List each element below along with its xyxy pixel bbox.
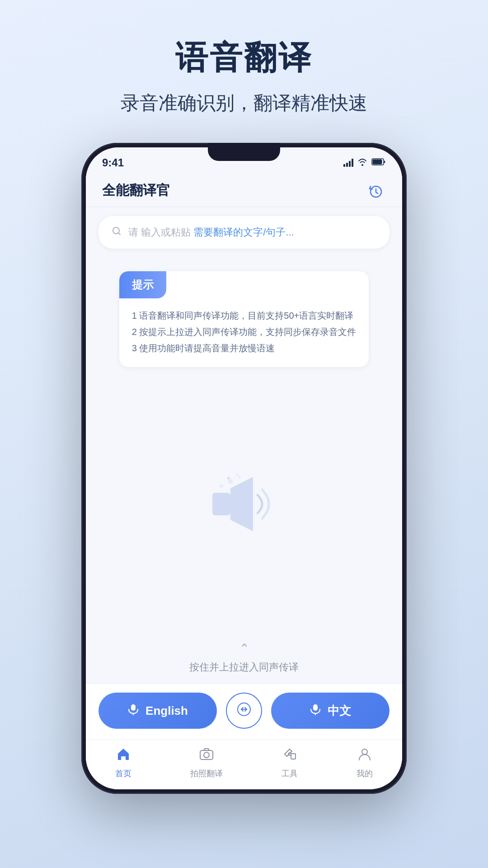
signal-icon: [343, 159, 353, 167]
camera-icon: [199, 746, 214, 765]
wifi-icon: [357, 157, 368, 169]
nav-label-tools: 工具: [282, 768, 298, 779]
svg-rect-10: [131, 704, 136, 711]
tips-item-1: 1 语音翻译和同声传译功能，目前支持50+语言实时翻译: [132, 307, 357, 324]
svg-text:✦: ✦: [235, 472, 239, 477]
profile-icon: [357, 746, 372, 765]
status-time: 9:41: [102, 156, 124, 169]
bottom-nav: 首页 拍照翻译: [86, 740, 402, 789]
speaker-area: ✦ ✦: [203, 367, 285, 641]
volume-up-button: [81, 274, 82, 319]
search-placeholder-main: 请 输入或粘贴: [128, 226, 191, 238]
svg-rect-1: [373, 160, 382, 165]
search-placeholder-sub: 需要翻译的文字/句子...: [193, 226, 294, 238]
english-button[interactable]: English: [99, 693, 217, 729]
chinese-label: 中文: [328, 703, 351, 719]
battery-icon: [371, 157, 386, 169]
nav-label-home: 首页: [115, 768, 131, 779]
nav-item-photo[interactable]: 拍照翻译: [190, 746, 223, 779]
mute-button: [81, 238, 82, 265]
nav-label-photo: 拍照翻译: [190, 768, 223, 779]
tips-item-3: 3 使用功能时请提高音量并放慢语速: [132, 340, 357, 356]
home-icon: [116, 746, 131, 765]
svg-point-16: [204, 752, 209, 758]
bottom-buttons: English: [86, 683, 402, 740]
mic-icon-chinese: [310, 703, 321, 718]
drag-hint: ⌃ 按住并上拉进入同声传译: [189, 641, 299, 674]
speaker-icon: ✦ ✦: [203, 468, 285, 540]
nav-item-profile[interactable]: 我的: [357, 746, 373, 779]
main-content: 提示 1 语音翻译和同声传译功能，目前支持50+语言实时翻译 2 按提示上拉进入…: [86, 258, 402, 683]
page-title: 语音翻译: [121, 36, 367, 80]
svg-point-19: [362, 749, 367, 755]
chinese-button[interactable]: 中文: [271, 693, 389, 729]
search-icon: [111, 226, 122, 239]
nav-label-profile: 我的: [357, 768, 373, 779]
svg-point-7: [220, 484, 223, 488]
svg-rect-17: [291, 754, 296, 759]
swap-button[interactable]: [226, 693, 262, 729]
tips-header-text: 提示: [132, 278, 154, 291]
mic-icon-english: [127, 703, 139, 718]
tips-item-2: 2 按提示上拉进入同声传译功能，支持同步保存录音文件: [132, 324, 357, 340]
svg-rect-4: [212, 493, 230, 515]
tips-header: 提示: [119, 271, 166, 298]
app-header: 全能翻译官: [86, 175, 402, 207]
page-subtitle: 录音准确识别，翻译精准快速: [121, 90, 367, 116]
page-header: 语音翻译 录音准确识别，翻译精准快速: [121, 36, 367, 116]
english-label: English: [145, 704, 188, 718]
tips-content: 1 语音翻译和同声传译功能，目前支持50+语言实时翻译 2 按提示上拉进入同声传…: [119, 298, 369, 367]
drag-up-arrow: ⌃: [239, 641, 249, 656]
status-icons: [343, 157, 386, 169]
phone-notch: [208, 143, 280, 161]
tips-box: 提示 1 语音翻译和同声传译功能，目前支持50+语言实时翻译 2 按提示上拉进入…: [119, 271, 369, 367]
phone-screen: 9:41: [86, 147, 402, 789]
svg-text:✦: ✦: [226, 475, 231, 482]
phone-mockup: 9:41: [81, 143, 407, 794]
tools-icon: [282, 746, 297, 765]
app-title: 全能翻译官: [102, 181, 170, 200]
search-placeholder: 请 输入或粘贴 需要翻译的文字/句子...: [128, 226, 294, 239]
swap-icon: [237, 702, 251, 720]
power-button: [406, 260, 407, 297]
svg-rect-13: [313, 704, 318, 711]
volume-down-button: [81, 328, 82, 373]
phone-frame: 9:41: [81, 143, 407, 794]
history-button[interactable]: [366, 181, 386, 201]
drag-hint-text: 按住并上拉进入同声传译: [189, 660, 299, 674]
search-bar[interactable]: 请 输入或粘贴 需要翻译的文字/句子...: [99, 216, 389, 249]
nav-item-home[interactable]: 首页: [115, 746, 131, 779]
nav-item-tools[interactable]: 工具: [282, 746, 298, 779]
